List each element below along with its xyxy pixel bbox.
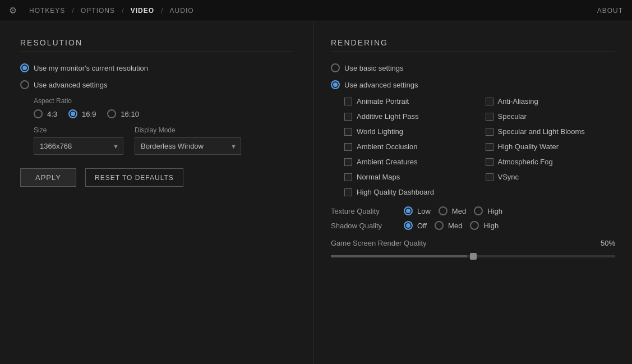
cb-specular[interactable]: Specular bbox=[486, 112, 616, 121]
shadow-off-label[interactable]: Off bbox=[404, 221, 427, 230]
display-mode-select[interactable]: Borderless Window Fullscreen Windowed bbox=[135, 137, 241, 155]
cb-high-quality-dashboard[interactable]: High Quality Dashboard bbox=[344, 188, 474, 196]
shadow-med-text: Med bbox=[448, 222, 462, 230]
size-select-wrapper: 1366x768 1920x1080 2560x1440 ▼ bbox=[34, 137, 123, 155]
texture-quality-options: Low Med High bbox=[404, 206, 502, 215]
cb-specular-blooms-input[interactable] bbox=[486, 128, 493, 136]
render-quality-header: Game Screen Render Quality 50% bbox=[331, 239, 615, 247]
cb-normal-maps-text: Normal Maps bbox=[357, 173, 400, 181]
texture-med-input[interactable] bbox=[439, 206, 448, 215]
cb-high-quality-water-input[interactable] bbox=[486, 143, 493, 151]
render-quality-slider[interactable] bbox=[331, 255, 615, 257]
cb-normal-maps[interactable]: Normal Maps bbox=[344, 173, 474, 181]
cb-specular-text: Specular bbox=[498, 112, 527, 121]
cb-atmospheric-fog-input[interactable] bbox=[486, 158, 493, 166]
reset-button[interactable]: RESET TO DEFAULTS bbox=[85, 168, 183, 187]
texture-med-text: Med bbox=[452, 207, 466, 215]
apply-button[interactable]: APPLY bbox=[20, 168, 76, 187]
shadow-med-label[interactable]: Med bbox=[435, 221, 462, 230]
aspect-ratio-label: Aspect Ratio bbox=[34, 97, 293, 105]
cb-additive-light-input[interactable] bbox=[344, 113, 352, 121]
cb-vsync[interactable]: VSync bbox=[486, 173, 616, 181]
shadow-off-input[interactable] bbox=[404, 221, 413, 230]
nav-hotkeys[interactable]: HOTKEYS bbox=[27, 7, 67, 15]
aspect-169-text: 16:9 bbox=[82, 110, 96, 118]
shadow-quality-row: Shadow Quality Off Med High bbox=[331, 221, 615, 230]
cb-ambient-occlusion[interactable]: Ambient Occlusion bbox=[344, 142, 474, 151]
checkbox-placeholder bbox=[486, 188, 616, 196]
nav-audio[interactable]: AUDIO bbox=[168, 7, 196, 15]
texture-high-text: High bbox=[487, 207, 502, 215]
aspect-169-input[interactable] bbox=[68, 109, 77, 118]
cb-ambient-occlusion-input[interactable] bbox=[344, 143, 352, 151]
cb-ambient-occlusion-text: Ambient Occlusion bbox=[357, 142, 417, 151]
cb-specular-input[interactable] bbox=[486, 113, 493, 121]
cb-specular-blooms[interactable]: Specular and Light Blooms bbox=[486, 127, 616, 136]
size-field-group: Size 1366x768 1920x1080 2560x1440 ▼ bbox=[34, 126, 123, 155]
cb-atmospheric-fog[interactable]: Atmospheric Fog bbox=[486, 158, 616, 166]
texture-high-label[interactable]: High bbox=[474, 206, 502, 215]
nav-items: HOTKEYS / OPTIONS / VIDEO / AUDIO bbox=[27, 6, 597, 15]
nav-sep-2: / bbox=[122, 6, 124, 15]
size-select[interactable]: 1366x768 1920x1080 2560x1440 bbox=[34, 137, 123, 155]
rendering-basic-label[interactable]: Use basic settings bbox=[331, 63, 615, 72]
aspect-1610-text: 16:10 bbox=[121, 110, 139, 118]
render-quality-value: 50% bbox=[601, 239, 615, 247]
nav-sep-3: / bbox=[161, 6, 163, 15]
aspect-43-input[interactable] bbox=[34, 109, 43, 118]
resolution-radio-monitor-input[interactable] bbox=[20, 63, 29, 72]
cb-anti-aliasing-text: Anti-Aliasing bbox=[498, 97, 538, 105]
cb-world-lighting[interactable]: World Lighting bbox=[344, 127, 474, 136]
resolution-radio-advanced-label[interactable]: Use advanced settings bbox=[20, 80, 293, 89]
cb-ambient-creatures[interactable]: Ambient Creatures bbox=[344, 158, 474, 166]
texture-quality-row: Texture Quality Low Med High bbox=[331, 206, 615, 215]
cb-normal-maps-input[interactable] bbox=[344, 173, 352, 181]
rendering-basic-text: Use basic settings bbox=[344, 64, 404, 72]
cb-world-lighting-input[interactable] bbox=[344, 128, 352, 136]
cb-ambient-creatures-input[interactable] bbox=[344, 158, 352, 166]
cb-high-quality-dashboard-input[interactable] bbox=[344, 188, 352, 196]
cb-anti-aliasing-input[interactable] bbox=[486, 98, 493, 105]
resolution-radio-monitor-label[interactable]: Use my monitor's current resolution bbox=[20, 63, 293, 72]
texture-med-label[interactable]: Med bbox=[439, 206, 466, 215]
rendering-basic-input[interactable] bbox=[331, 63, 340, 72]
shadow-quality-label: Shadow Quality bbox=[331, 222, 404, 230]
resolution-panel: RESOLUTION Use my monitor's current reso… bbox=[0, 21, 314, 364]
aspect-43-label[interactable]: 4:3 bbox=[34, 109, 57, 118]
shadow-med-input[interactable] bbox=[435, 221, 444, 230]
shadow-high-label[interactable]: High bbox=[470, 221, 499, 230]
nav-sep-1: / bbox=[72, 6, 74, 15]
button-row: APPLY RESET TO DEFAULTS bbox=[20, 168, 293, 187]
render-quality-label: Game Screen Render Quality bbox=[331, 239, 427, 247]
rendering-advanced-label[interactable]: Use advanced settings bbox=[331, 80, 615, 89]
resolution-radio-advanced-input[interactable] bbox=[20, 80, 29, 89]
nav-video[interactable]: VIDEO bbox=[128, 7, 156, 15]
nav-about[interactable]: ABOUT bbox=[597, 7, 623, 15]
resolution-radio-monitor-group: Use my monitor's current resolution bbox=[20, 63, 293, 72]
aspect-169-label[interactable]: 16:9 bbox=[68, 109, 96, 118]
resolution-radio-monitor-text: Use my monitor's current resolution bbox=[34, 64, 148, 72]
shadow-off-text: Off bbox=[417, 222, 427, 230]
display-mode-field-group: Display Mode Borderless Window Fullscree… bbox=[135, 126, 241, 155]
cb-animate-portrait-input[interactable] bbox=[344, 98, 352, 105]
cb-anti-aliasing[interactable]: Anti-Aliasing bbox=[486, 97, 616, 105]
cb-vsync-input[interactable] bbox=[486, 173, 493, 181]
texture-low-text: Low bbox=[417, 207, 431, 215]
cb-animate-portrait[interactable]: Animate Portrait bbox=[344, 97, 474, 105]
texture-high-input[interactable] bbox=[474, 206, 483, 215]
nav-options[interactable]: OPTIONS bbox=[79, 7, 117, 15]
shadow-high-input[interactable] bbox=[470, 221, 479, 230]
cb-animate-portrait-text: Animate Portrait bbox=[357, 97, 409, 105]
texture-low-label[interactable]: Low bbox=[404, 206, 431, 215]
aspect-1610-label[interactable]: 16:10 bbox=[107, 109, 139, 118]
aspect-1610-input[interactable] bbox=[107, 109, 116, 118]
size-label: Size bbox=[34, 126, 123, 134]
cb-vsync-text: VSync bbox=[498, 173, 519, 181]
display-mode-select-wrapper: Borderless Window Fullscreen Windowed ▼ bbox=[135, 137, 241, 155]
resolution-radio-advanced-text: Use advanced settings bbox=[34, 81, 108, 89]
cb-high-quality-water[interactable]: High Quality Water bbox=[486, 142, 616, 151]
cb-additive-light[interactable]: Additive Light Pass bbox=[344, 112, 474, 121]
texture-low-input[interactable] bbox=[404, 206, 413, 215]
rendering-advanced-input[interactable] bbox=[331, 80, 340, 89]
rendering-advanced-group: Use advanced settings bbox=[331, 80, 615, 89]
